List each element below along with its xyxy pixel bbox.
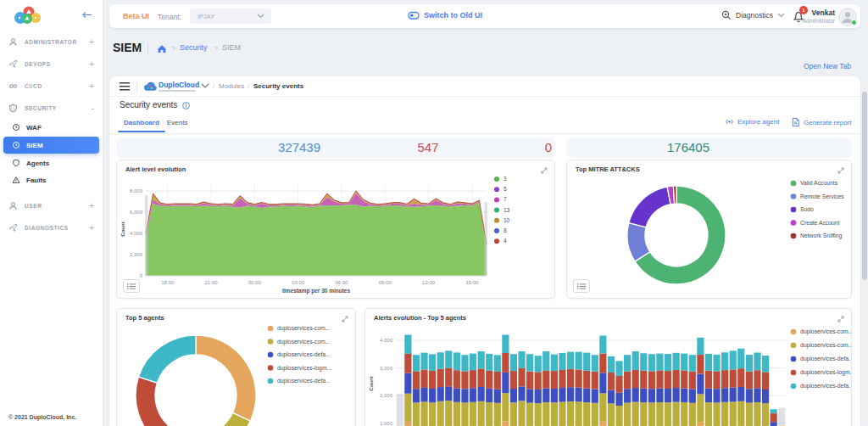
tab-events[interactable]: Events bbox=[167, 119, 187, 126]
sidebar-item-administrator[interactable]: ADMINISTRATOR+ bbox=[0, 31, 103, 53]
expand-icon[interactable] bbox=[539, 165, 549, 176]
expander-icon[interactable]: + bbox=[89, 201, 94, 210]
legend-list-button[interactable] bbox=[573, 279, 590, 293]
rocket-icon bbox=[8, 223, 18, 233]
tenant-select[interactable]: IPJAY bbox=[190, 8, 271, 24]
sidebar-item-siem[interactable]: SIEM bbox=[3, 137, 99, 154]
sidebar-item-label: SECURITY bbox=[25, 105, 57, 111]
sidebar-item-agents[interactable]: Agents bbox=[0, 154, 103, 171]
sidebar-item-diagnostics[interactable]: DIAGNOSTICS+ bbox=[0, 216, 103, 238]
chevron-down-icon[interactable] bbox=[201, 83, 209, 89]
svg-text:15:00: 15:00 bbox=[465, 280, 479, 285]
sidebar-item-waf[interactable]: WAF bbox=[0, 119, 103, 136]
breadcrumb-separator: / bbox=[213, 82, 214, 90]
svg-text:timestamp per 30 minutes: timestamp per 30 minutes bbox=[282, 288, 351, 294]
chart-title: Top 5 agents bbox=[125, 314, 164, 322]
user-icon bbox=[8, 37, 18, 47]
stat-value: 0 bbox=[545, 137, 552, 158]
tenant-label: Tenant: bbox=[158, 13, 181, 21]
page-title: SIEM bbox=[113, 41, 142, 54]
breadcrumb-separator: > bbox=[214, 45, 218, 51]
list-icon bbox=[576, 283, 587, 290]
sidebar-item-user[interactable]: USER+ bbox=[0, 194, 103, 216]
svg-text:3: 3 bbox=[504, 176, 507, 182]
chart-title: Top MITRE ATT&CKS bbox=[576, 165, 640, 173]
active-tab-underline bbox=[118, 131, 165, 132]
svg-text:8,000: 8,000 bbox=[130, 188, 143, 193]
panel-top-mitre-attacks: Top MITRE ATT&CKS Valid AccountsRemote S… bbox=[566, 160, 852, 299]
sidebar-item-ci-cd[interactable]: CI/CD+ bbox=[0, 75, 103, 97]
clock-icon bbox=[12, 141, 20, 149]
svg-text:duploservices-defa...: duploservices-defa... bbox=[277, 378, 331, 384]
expander-icon[interactable]: - bbox=[92, 104, 94, 113]
badge-icon bbox=[12, 159, 20, 167]
divider bbox=[136, 80, 137, 92]
svg-text:0: 0 bbox=[140, 273, 143, 278]
breadcrumb-modules[interactable]: Modules bbox=[219, 82, 244, 90]
sidebar-item-devops[interactable]: DEVOPS+ bbox=[0, 53, 103, 75]
open-new-tab-link[interactable]: Open New Tab bbox=[804, 62, 851, 70]
sidebar-collapse-icon[interactable] bbox=[81, 11, 92, 19]
home-icon[interactable] bbox=[157, 44, 167, 53]
sidebar: ADMINISTRATOR+DEVOPS+CI/CD+SECURITY-WAFS… bbox=[0, 0, 103, 426]
copyright-text: © 2021 DuploCloud, Inc. bbox=[8, 414, 76, 420]
expand-icon[interactable] bbox=[340, 314, 350, 324]
svg-text:2,000: 2,000 bbox=[380, 393, 393, 398]
expand-icon[interactable] bbox=[836, 314, 846, 324]
stat-value: 547 bbox=[417, 137, 438, 158]
svg-text:03:00: 03:00 bbox=[292, 280, 305, 285]
avatar[interactable] bbox=[838, 8, 857, 26]
panel-top-5-agents: Top 5 agents duploservices-com...duplose… bbox=[116, 308, 356, 426]
top-mitre-attacks-chart: Valid AccountsRemote ServicesSudoCreate … bbox=[567, 160, 851, 298]
sidebar-item-security[interactable]: SECURITY- bbox=[0, 97, 103, 119]
sidebar-item-faults[interactable]: Faults bbox=[0, 171, 103, 188]
svg-text:Valid Accounts: Valid Accounts bbox=[800, 180, 838, 186]
svg-text:10: 10 bbox=[504, 217, 510, 223]
panel-alert-level-evolution: Alert level evolution 02,0004,0006,0008,… bbox=[116, 160, 555, 299]
svg-text:duploservices-com...: duploservices-com... bbox=[277, 339, 330, 345]
svg-text:duploservices-logm...: duploservices-logm... bbox=[800, 369, 851, 376]
chart-title: Alert level evolution bbox=[125, 165, 186, 173]
scrollbar-thumb[interactable] bbox=[862, 92, 867, 280]
breadcrumb-separator: / bbox=[248, 82, 249, 90]
explore-agent-button[interactable]: Explore agent bbox=[725, 117, 779, 126]
svg-text:duploservices-logm...: duploservices-logm... bbox=[277, 365, 331, 372]
switch-to-old-ui-link[interactable]: Switch to Old UI bbox=[408, 10, 482, 20]
expander-icon[interactable]: + bbox=[89, 59, 94, 69]
diagnostics-label: Diagnostics bbox=[736, 11, 773, 20]
warning-icon bbox=[12, 176, 20, 184]
user-name: Venkat bbox=[779, 8, 835, 17]
user-info[interactable]: Venkat Administrator bbox=[779, 8, 835, 24]
section-title: Security events bbox=[120, 100, 177, 109]
duplocloud-logo bbox=[10, 4, 49, 26]
divider bbox=[147, 42, 148, 54]
info-icon[interactable] bbox=[182, 102, 190, 109]
expander-icon[interactable]: + bbox=[89, 223, 94, 233]
scrollbar-track[interactable] bbox=[862, 78, 867, 424]
svg-text:00:00: 00:00 bbox=[248, 280, 262, 285]
svg-text:duploservices-com...: duploservices-com... bbox=[800, 328, 851, 335]
brand-tagline bbox=[159, 90, 196, 92]
chevron-down-icon bbox=[257, 14, 264, 19]
signal-icon bbox=[725, 117, 734, 126]
expander-icon[interactable]: + bbox=[89, 81, 94, 91]
list-icon bbox=[126, 283, 136, 290]
legend-list-button[interactable] bbox=[123, 279, 140, 293]
sidebar-item-label: WAF bbox=[26, 124, 42, 132]
tab-dashboard[interactable]: Dashboard bbox=[124, 119, 159, 126]
module-bar: DuploCloud / Modules / Security events bbox=[109, 76, 860, 97]
hamburger-menu-icon[interactable] bbox=[120, 82, 130, 91]
breadcrumb-siem: SIEM bbox=[222, 43, 241, 52]
rocket-icon bbox=[8, 59, 18, 69]
svg-text:Count: Count bbox=[369, 376, 374, 390]
sidebar-item-label: Agents bbox=[26, 160, 49, 167]
expander-icon[interactable]: + bbox=[89, 37, 94, 47]
sidebar-item-label: DIAGNOSTICS bbox=[25, 225, 69, 231]
diagnostics-menu[interactable]: Diagnostics bbox=[721, 10, 785, 20]
breadcrumb-security[interactable]: Security bbox=[180, 43, 208, 52]
expand-icon[interactable] bbox=[836, 165, 846, 176]
svg-text:09:00: 09:00 bbox=[379, 280, 392, 285]
sidebar-item-label: DEVOPS bbox=[25, 61, 51, 67]
generate-report-button[interactable]: Generate report bbox=[791, 117, 851, 127]
sidebar-item-label: CI/CD bbox=[25, 83, 42, 89]
